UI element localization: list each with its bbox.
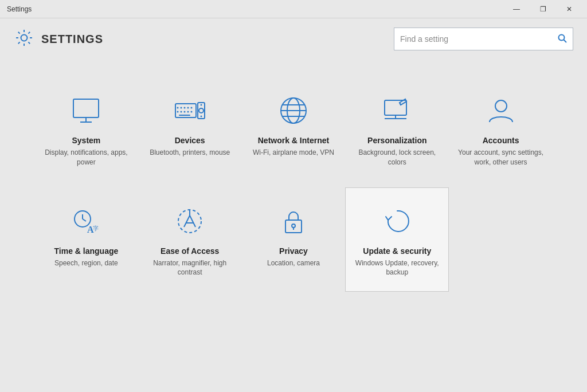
settings-main: System Display, notifications, apps, pow… <box>0 60 587 309</box>
empty-cell <box>449 187 553 292</box>
tile-personalization-name: Personalization <box>367 136 426 145</box>
svg-text:字: 字 <box>93 225 99 232</box>
tile-ease-name: Ease of Access <box>161 246 219 256</box>
svg-point-0 <box>21 35 28 41</box>
tile-update-desc: Windows Update, recovery, backup <box>351 258 443 278</box>
tile-time-desc: Speech, region, date <box>54 258 118 268</box>
tile-personalization[interactable]: Personalization Background, lock screen,… <box>345 77 449 182</box>
tile-privacy[interactable]: Privacy Location, camera <box>242 187 346 292</box>
titlebar: Settings — ❐ ✕ <box>0 0 587 18</box>
tile-accounts-name: Accounts <box>483 136 519 145</box>
settings-grid-row1: System Display, notifications, apps, pow… <box>34 77 553 182</box>
svg-point-20 <box>201 104 202 106</box>
tile-ease-desc: Narrator, magnifier, high contrast <box>144 258 236 278</box>
tile-network-name: Network & Internet <box>258 136 329 145</box>
tile-devices-name: Devices <box>175 136 205 145</box>
tile-accounts[interactable]: Accounts Your account, sync settings, wo… <box>449 77 553 182</box>
search-input[interactable] <box>400 34 558 44</box>
tile-ease[interactable]: Ease of Access Narrator, magnifier, high… <box>138 187 242 292</box>
close-button[interactable]: ✕ <box>556 0 582 18</box>
svg-point-41 <box>292 224 295 228</box>
search-icon <box>558 34 567 45</box>
time-icon: A 字 <box>69 204 103 238</box>
ease-icon <box>173 204 207 238</box>
svg-line-34 <box>83 219 86 221</box>
tile-privacy-name: Privacy <box>279 246 308 256</box>
minimize-button[interactable]: — <box>503 0 530 18</box>
tile-system-desc: Display, notifications, apps, power <box>41 148 132 167</box>
tile-time[interactable]: A 字 Time & language Speech, region, date <box>34 187 138 292</box>
svg-point-1 <box>559 34 565 40</box>
svg-line-30 <box>400 103 401 105</box>
window-controls: — ❐ ✕ <box>503 0 582 18</box>
svg-point-21 <box>201 116 202 117</box>
settings-grid-row2: A 字 Time & language Speech, region, date… <box>34 187 553 292</box>
svg-line-2 <box>564 40 567 42</box>
svg-point-31 <box>495 100 507 112</box>
system-icon <box>69 93 103 128</box>
devices-icon <box>173 93 207 128</box>
tile-network[interactable]: Network & Internet Wi-Fi, airplane mode,… <box>242 77 346 182</box>
tile-system-name: System <box>72 136 100 145</box>
window-title: Settings <box>7 5 32 13</box>
svg-point-19 <box>199 108 204 113</box>
tile-devices-desc: Bluetooth, printers, mouse <box>150 148 230 158</box>
svg-rect-3 <box>73 99 99 117</box>
tile-personalization-desc: Background, lock screen, colors <box>351 148 443 167</box>
svg-rect-27 <box>385 100 406 115</box>
tile-time-name: Time & language <box>54 246 119 256</box>
tile-privacy-desc: Location, camera <box>267 258 320 268</box>
maximize-button[interactable]: ❐ <box>530 0 556 18</box>
header-left: SETTINGS <box>14 28 103 50</box>
svg-rect-40 <box>285 220 302 233</box>
update-icon <box>380 204 414 238</box>
tile-accounts-desc: Your account, sync settings, work, other… <box>455 148 546 167</box>
network-icon <box>276 93 311 128</box>
tile-update-name: Update & security <box>363 246 431 256</box>
tile-devices[interactable]: Devices Bluetooth, printers, mouse <box>138 77 242 182</box>
tile-update[interactable]: Update & security Windows Update, recove… <box>345 187 449 292</box>
personalization-icon <box>380 93 414 128</box>
accounts-icon <box>484 93 518 128</box>
settings-gear-icon <box>14 28 34 50</box>
header: SETTINGS <box>0 18 587 60</box>
page-title: SETTINGS <box>41 33 103 46</box>
search-box[interactable] <box>394 28 573 50</box>
tile-system[interactable]: System Display, notifications, apps, pow… <box>34 77 138 182</box>
tile-network-desc: Wi-Fi, airplane mode, VPN <box>253 148 334 158</box>
privacy-icon <box>276 204 311 238</box>
